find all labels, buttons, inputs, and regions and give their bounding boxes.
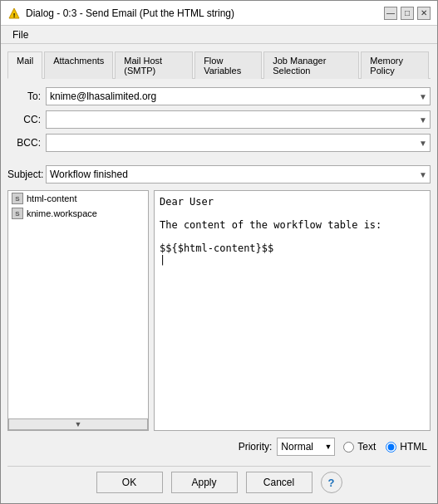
window-title: Dialog - 0:3 - Send Email (Put the HTML … xyxy=(26,7,384,19)
cc-label: CC: xyxy=(7,114,41,125)
body-area: S html-content S knime.workspace ▼ Dear … xyxy=(7,190,431,431)
to-label: To: xyxy=(7,91,41,102)
tab-mail[interactable]: Mail xyxy=(7,51,42,79)
tab-jobmanager[interactable]: Job Manager Selection xyxy=(263,51,359,79)
tab-attachments[interactable]: Attachments xyxy=(44,51,113,79)
html-radio[interactable] xyxy=(386,442,396,453)
bcc-input-container[interactable]: ▼ xyxy=(46,134,431,152)
priority-group: Priority: Normal Low High ▼ xyxy=(239,438,336,456)
email-body-input[interactable]: Dear User The content of the workflow ta… xyxy=(154,190,431,431)
priority-select-container[interactable]: Normal Low High ▼ xyxy=(277,438,335,456)
cc-row: CC: ▼ xyxy=(7,110,431,129)
ok-button[interactable]: OK xyxy=(96,472,163,493)
close-button[interactable]: ✕ xyxy=(417,7,431,20)
dialog-content: Mail Attachments Mail Host (SMTP) Flow V… xyxy=(1,44,437,503)
menu-bar: File xyxy=(1,26,437,44)
cc-input[interactable] xyxy=(50,114,426,125)
help-button[interactable]: ? xyxy=(321,472,342,493)
format-radio-group: Text HTML xyxy=(343,441,427,453)
text-radio-label[interactable]: Text xyxy=(343,441,376,453)
to-input-container[interactable]: ▼ xyxy=(46,87,431,105)
html-radio-label[interactable]: HTML xyxy=(386,441,427,453)
tab-flowvars[interactable]: Flow Variables xyxy=(194,51,262,79)
bcc-row: BCC: ▼ xyxy=(7,134,431,152)
button-bar: OK Apply Cancel ? xyxy=(7,466,431,497)
bcc-label: BCC: xyxy=(7,137,41,149)
tab-memorypolicy[interactable]: Memory Policy xyxy=(361,51,429,79)
to-input[interactable] xyxy=(50,91,426,102)
tab-mailhost[interactable]: Mail Host (SMTP) xyxy=(115,51,193,79)
dialog-window: ! Dialog - 0:3 - Send Email (Put the HTM… xyxy=(0,0,438,504)
text-radio[interactable] xyxy=(343,442,354,453)
bcc-input[interactable] xyxy=(50,137,426,149)
cc-input-container[interactable]: ▼ xyxy=(46,110,431,129)
subject-input[interactable] xyxy=(50,169,426,180)
priority-dropdown[interactable]: Normal Low High xyxy=(281,441,331,453)
minimize-button[interactable]: — xyxy=(384,7,397,20)
subject-label: Subject: xyxy=(7,169,41,180)
var-label-1: knime.workspace xyxy=(27,208,97,218)
apply-button[interactable]: Apply xyxy=(171,472,238,493)
window-controls: — □ ✕ xyxy=(384,7,431,20)
variable-list-inner: S html-content S knime.workspace xyxy=(8,191,148,418)
variable-list: S html-content S knime.workspace ▼ xyxy=(7,190,149,431)
bottom-options: Priority: Normal Low High ▼ Text xyxy=(7,438,431,456)
cancel-button[interactable]: Cancel xyxy=(246,472,313,493)
text-radio-text: Text xyxy=(357,441,376,453)
priority-label: Priority: xyxy=(239,441,273,453)
to-row: To: ▼ xyxy=(7,87,431,105)
list-item[interactable]: S html-content xyxy=(8,191,148,206)
window-icon: ! xyxy=(7,7,21,20)
title-bar: ! Dialog - 0:3 - Send Email (Put the HTM… xyxy=(1,1,437,26)
list-scroll-down[interactable]: ▼ xyxy=(8,418,148,430)
html-radio-text: HTML xyxy=(400,441,427,453)
tab-bar: Mail Attachments Mail Host (SMTP) Flow V… xyxy=(7,51,431,79)
list-item[interactable]: S knime.workspace xyxy=(8,206,148,221)
var-icon-0: S xyxy=(12,193,23,204)
form-area: To: ▼ CC: ▼ BCC: ▼ xyxy=(7,87,431,152)
var-label-0: html-content xyxy=(27,193,77,203)
var-icon-1: S xyxy=(12,208,23,219)
subject-row: Subject: ▼ xyxy=(7,165,431,183)
maximize-button[interactable]: □ xyxy=(401,7,414,20)
svg-text:!: ! xyxy=(13,12,16,19)
subject-input-container[interactable]: ▼ xyxy=(46,165,431,183)
file-menu[interactable]: File xyxy=(7,27,33,42)
